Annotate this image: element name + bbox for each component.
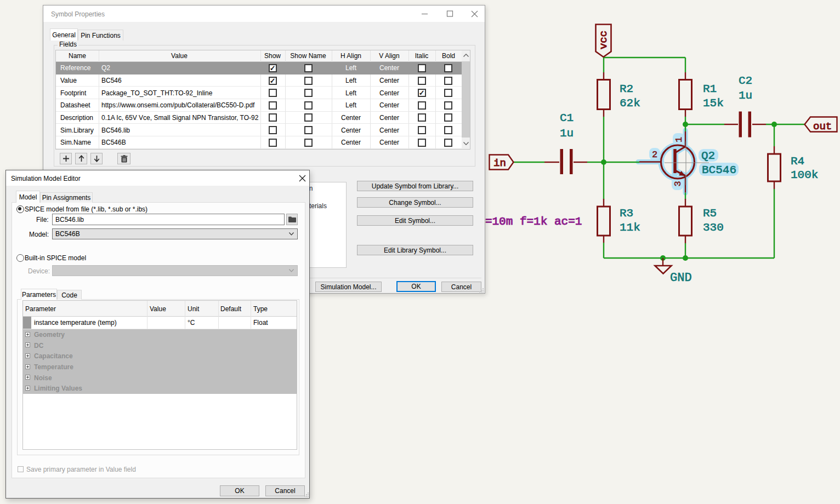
svg-text:R3: R3 (620, 207, 633, 220)
svg-text:GND: GND (670, 271, 692, 285)
svg-text:R5: R5 (703, 207, 717, 220)
svg-text:11k: 11k (620, 221, 640, 234)
svg-text:15k: 15k (703, 97, 724, 110)
svg-text:vcc: vcc (598, 31, 610, 49)
svg-text:R4: R4 (791, 155, 804, 168)
svg-text:C2: C2 (739, 75, 752, 87)
svg-text:1: 1 (674, 137, 684, 142)
svg-text:BC546: BC546 (702, 164, 736, 176)
svg-text:1u: 1u (560, 127, 574, 140)
svg-text:Q2: Q2 (701, 150, 715, 162)
svg-text:out: out (813, 121, 832, 133)
svg-text:2: 2 (652, 150, 657, 160)
svg-text:100k: 100k (791, 169, 818, 181)
svg-text:R1: R1 (703, 83, 717, 95)
svg-text:1u: 1u (739, 89, 752, 102)
svg-text:R2: R2 (620, 83, 633, 95)
svg-text:in: in (493, 157, 506, 169)
svg-text:62k: 62k (620, 97, 640, 110)
svg-text:C1: C1 (560, 112, 574, 124)
svg-text:330: 330 (703, 221, 724, 234)
svg-text:3: 3 (673, 181, 683, 186)
